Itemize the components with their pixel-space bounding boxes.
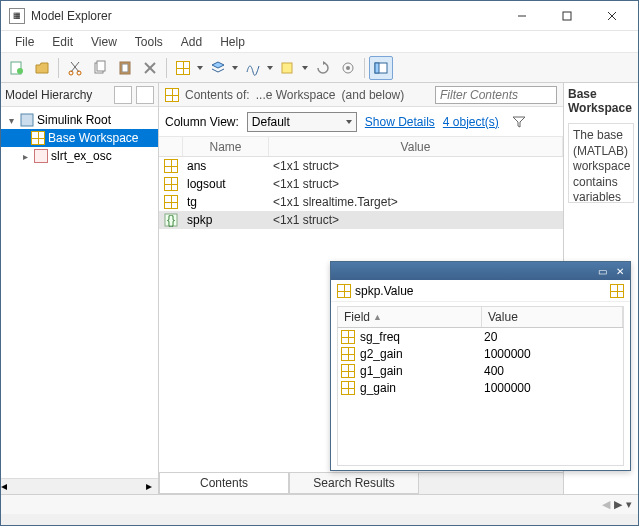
view-layers-icon[interactable] <box>206 56 230 80</box>
nav-menu-icon[interactable]: ▾ <box>626 498 632 511</box>
popup-col-value[interactable]: Value <box>482 307 623 327</box>
table-row[interactable]: tg <1x1 slrealtime.Target> <box>159 193 563 211</box>
paste-icon[interactable] <box>113 56 137 80</box>
copy-icon[interactable] <box>88 56 112 80</box>
scroll-left-icon[interactable]: ◂ <box>1 479 13 494</box>
contents-path: ...e Workspace <box>256 88 336 102</box>
popup-dock-icon[interactable]: ▭ <box>594 264 610 278</box>
popup-value: 400 <box>482 364 623 378</box>
library-dropdown[interactable] <box>300 56 310 80</box>
model-hierarchy-pane: Model Hierarchy ▾ Simulink Root Base Wor… <box>1 83 159 494</box>
refresh-icon[interactable] <box>311 56 335 80</box>
row-name: tg <box>183 195 269 209</box>
struct-icon <box>164 195 178 209</box>
svg-rect-11 <box>122 64 128 72</box>
view-layers-dropdown[interactable] <box>230 56 240 80</box>
expand-icon[interactable]: ▸ <box>19 151 31 162</box>
filter-input[interactable] <box>435 86 557 104</box>
svg-point-5 <box>17 68 23 74</box>
popup-title: spkp.Value <box>355 284 413 298</box>
simulink-root-icon <box>20 113 34 127</box>
cut-icon[interactable] <box>63 56 87 80</box>
struct-icon <box>337 284 351 298</box>
toolbar <box>1 53 638 83</box>
menu-add[interactable]: Add <box>173 33 210 51</box>
menu-view[interactable]: View <box>83 33 125 51</box>
menu-file[interactable]: File <box>7 33 42 51</box>
field-icon <box>341 381 355 395</box>
tree-model[interactable]: slrt_ex_osc <box>51 149 112 163</box>
row-value: <1x1 slrealtime.Target> <box>269 195 563 209</box>
popup-row[interactable]: g2_gain1000000 <box>338 345 623 362</box>
open-icon[interactable] <box>30 56 54 80</box>
popup-field: g2_gain <box>358 347 482 361</box>
library-icon[interactable] <box>276 56 300 80</box>
popup-value: 1000000 <box>482 347 623 361</box>
col-value[interactable]: Value <box>269 137 563 156</box>
row-value: <1x1 struct> <box>269 177 563 191</box>
add-item-icon[interactable] <box>171 56 195 80</box>
close-button[interactable] <box>589 2 634 30</box>
svg-rect-19 <box>21 114 33 126</box>
svg-rect-18 <box>375 63 379 73</box>
mask-icon[interactable] <box>136 86 154 104</box>
svg-point-16 <box>346 66 350 70</box>
scroll-right-icon[interactable]: ▸ <box>146 479 158 494</box>
app-icon: ▦ <box>9 8 25 24</box>
menu-help[interactable]: Help <box>212 33 253 51</box>
popup-header-row: Field ▲ Value <box>337 306 624 328</box>
signal-icon[interactable] <box>241 56 265 80</box>
popup-row[interactable]: g1_gain400 <box>338 362 623 379</box>
popup-col-field[interactable]: Field ▲ <box>338 307 482 327</box>
hierarchy-tree: ▾ Simulink Root Base Workspace ▸ slrt_ex… <box>1 107 158 478</box>
column-view-value: Default <box>252 115 290 129</box>
popup-row[interactable]: g_gain1000000 <box>338 379 623 396</box>
popup-row[interactable]: sg_freq20 <box>338 328 623 345</box>
tree-base-workspace[interactable]: Base Workspace <box>1 129 158 147</box>
svg-rect-14 <box>282 63 292 73</box>
contents-of-label: Contents of: <box>185 88 250 102</box>
col-name[interactable]: Name <box>183 137 269 156</box>
menu-tools[interactable]: Tools <box>127 33 171 51</box>
contents-scope: (and below) <box>342 88 405 102</box>
popup-close-icon[interactable]: ✕ <box>612 264 628 278</box>
svg-rect-1 <box>563 12 571 20</box>
signal-dropdown[interactable] <box>265 56 275 80</box>
struct-icon <box>164 177 178 191</box>
popup-value: 1000000 <box>482 381 623 395</box>
object-count-link[interactable]: 4 object(s) <box>443 115 499 129</box>
add-item-dropdown[interactable] <box>195 56 205 80</box>
table-row[interactable]: {} spkp <1x1 struct> <box>159 211 563 229</box>
nav-forward-icon[interactable]: ▶ <box>614 498 622 511</box>
maximize-button[interactable] <box>544 2 589 30</box>
collapse-icon[interactable]: ▾ <box>5 115 17 126</box>
properties-text: The base (MATLAB) workspace contains var… <box>568 123 634 203</box>
popup-field: g_gain <box>358 381 482 395</box>
menu-edit[interactable]: Edit <box>44 33 81 51</box>
new-model-icon[interactable] <box>5 56 29 80</box>
table-row[interactable]: ans <1x1 struct> <box>159 157 563 175</box>
field-icon <box>341 364 355 378</box>
tab-contents[interactable]: Contents <box>159 473 289 494</box>
titlebar: ▦ Model Explorer <box>1 1 638 31</box>
table-row[interactable]: logsout <1x1 struct> <box>159 175 563 193</box>
tab-search-results[interactable]: Search Results <box>289 473 419 494</box>
link-icon[interactable] <box>114 86 132 104</box>
minimize-button[interactable] <box>499 2 544 30</box>
statusbar: ◀ ▶ ▾ <box>1 494 638 514</box>
row-name: ans <box>183 159 269 173</box>
filter-icon[interactable] <box>507 110 531 134</box>
svg-rect-9 <box>97 61 105 71</box>
nav-back-icon[interactable]: ◀ <box>602 498 610 511</box>
popup-field: g1_gain <box>358 364 482 378</box>
tree-root[interactable]: Simulink Root <box>37 113 111 127</box>
show-details-link[interactable]: Show Details <box>365 115 435 129</box>
column-view-dropdown[interactable]: Default <box>247 112 357 132</box>
popup-action-icon[interactable] <box>610 284 624 298</box>
settings-icon[interactable] <box>336 56 360 80</box>
struct-icon <box>164 159 178 173</box>
delete-icon[interactable] <box>138 56 162 80</box>
toggle-panel-icon[interactable] <box>369 56 393 80</box>
row-value: <1x1 struct> <box>269 159 563 173</box>
bottom-tabs: Contents Search Results <box>159 472 563 494</box>
